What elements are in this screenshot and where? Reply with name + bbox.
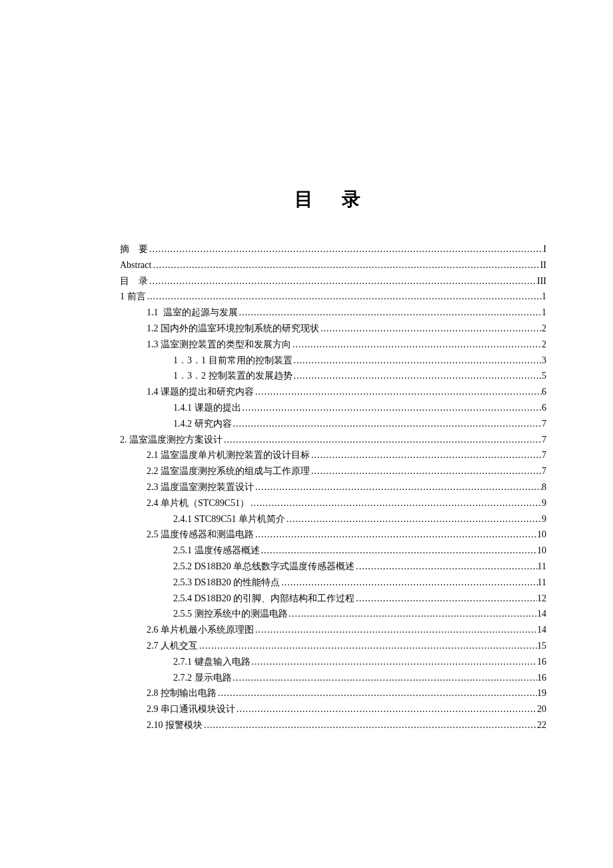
toc-leader-dots: ........................................… <box>148 241 543 257</box>
toc-entry: 目 录.....................................… <box>120 273 546 289</box>
toc-entry-page: 11 <box>538 575 546 591</box>
page-content: 目 录 摘 要.................................… <box>120 187 546 733</box>
toc-leader-dots: ........................................… <box>260 543 538 559</box>
toc-entry-page: 11 <box>538 559 546 575</box>
toc-entry-page: 12 <box>537 591 546 607</box>
toc-entry-label: Abstract <box>120 257 151 273</box>
toc-leader-dots: ........................................… <box>254 479 542 495</box>
toc-entry: 1.4.2 研究内容..............................… <box>120 416 546 432</box>
toc-leader-dots: ........................................… <box>241 400 542 416</box>
toc-entry-page: 9 <box>542 511 546 527</box>
toc-entry-label: 1．3．1 目前常用的控制装置 <box>173 353 293 369</box>
toc-entry-label: 2.5.1 温度传感器概述 <box>173 543 260 559</box>
toc-entry-page: 6 <box>542 400 546 416</box>
toc-entry: 2.8 控制输出电路..............................… <box>120 685 546 701</box>
toc-entry-label: 2.8 控制输出电路 <box>147 685 217 701</box>
toc-entry: 1.3 温室测控装置的类型和发展方向......................… <box>120 337 546 353</box>
toc-entry-label: 2. 温室温度测控方案设计 <box>120 432 223 448</box>
toc-leader-dots: ........................................… <box>310 463 542 479</box>
toc-leader-dots: ........................................… <box>217 685 537 701</box>
toc-entry-page: 3 <box>542 353 546 369</box>
toc-entry-label: 2.5.3 DS18B20 的性能特点 <box>173 575 280 591</box>
toc-leader-dots: ........................................… <box>148 273 537 289</box>
toc-entry-page: 10 <box>537 527 546 543</box>
toc-entry: 2.1 温室温度单片机测控装置的设计目标....................… <box>120 447 546 463</box>
toc-entry: 2.2 温室温度测控系统的组成与工作原理....................… <box>120 463 546 479</box>
toc-leader-dots: ........................................… <box>238 305 542 321</box>
toc-entry-page: 14 <box>537 606 546 622</box>
toc-entry-label: 1 前言 <box>120 289 146 305</box>
toc-entry-label: 2.7 人机交互 <box>147 638 198 654</box>
toc-entry-page: I <box>543 241 546 257</box>
toc-entry: 2.4 单片机（STC89C51）.......................… <box>120 495 546 511</box>
toc-entry-label: 1.2 国内外的温室环境控制系统的研究现状 <box>147 321 319 337</box>
toc-entry-page: 16 <box>537 670 546 686</box>
toc-leader-dots: ........................................… <box>291 337 542 353</box>
toc-leader-dots: ........................................… <box>151 257 540 273</box>
toc-entry-label: 2.2 温室温度测控系统的组成与工作原理 <box>147 463 310 479</box>
toc-leader-dots: ........................................… <box>146 289 542 305</box>
toc-entry-label: 2.7.1 键盘输入电路 <box>173 654 251 670</box>
toc-entry: 1.2 国内外的温室环境控制系统的研究现状...................… <box>120 321 546 337</box>
toc-entry-label: 2.3 温度温室测控装置设计 <box>147 479 254 495</box>
toc-entry-label: 1．3．2 控制装置的发展趋势 <box>173 368 293 384</box>
toc-entry: 1 前言....................................… <box>120 289 546 305</box>
toc-leader-dots: ........................................… <box>232 416 542 432</box>
toc-entry-label: 1.4 课题的提出和研究内容 <box>147 384 254 400</box>
toc-entry-label: 1.4.2 研究内容 <box>173 416 232 432</box>
toc-entry-label: 目 录 <box>120 273 148 289</box>
toc-entry: 2.5.3 DS18B20 的性能特点.....................… <box>120 575 546 591</box>
toc-leader-dots: ........................................… <box>198 638 537 654</box>
toc-entry-page: 1 <box>542 289 546 305</box>
toc-leader-dots: ........................................… <box>280 575 537 591</box>
toc-entry: 2.5.2 DS18B20 单总线数字式温度传感器概述.............… <box>120 559 546 575</box>
toc-list: 摘 要.....................................… <box>120 241 546 733</box>
toc-entry-page: II <box>540 257 546 273</box>
toc-entry-page: 2 <box>542 337 546 353</box>
toc-leader-dots: ........................................… <box>354 591 537 607</box>
toc-entry-label: 2.4.1 STC89C51 单片机简介 <box>173 511 285 527</box>
toc-entry: Abstract................................… <box>120 257 546 273</box>
toc-entry-page: III <box>537 273 546 289</box>
toc-entry: 2.7.2 显示电路..............................… <box>120 670 546 686</box>
toc-entry-label: 2.1 温室温度单片机测控装置的设计目标 <box>147 447 310 463</box>
toc-entry-label: 2.6 单片机最小系统原理图 <box>147 622 254 638</box>
toc-entry-page: 7 <box>542 416 546 432</box>
toc-leader-dots: ........................................… <box>251 654 538 670</box>
toc-entry-page: 15 <box>537 638 546 654</box>
toc-entry: 2.4.1 STC89C51 单片机简介....................… <box>120 511 546 527</box>
toc-leader-dots: ........................................… <box>254 527 537 543</box>
toc-entry-page: 22 <box>537 717 546 733</box>
toc-entry: 1．3．2 控制装置的发展趋势.........................… <box>120 368 546 384</box>
toc-entry: 2.7.1 键盘输入电路............................… <box>120 654 546 670</box>
toc-entry: 摘 要.....................................… <box>120 241 546 257</box>
toc-leader-dots: ........................................… <box>249 495 542 511</box>
toc-entry: 1.4.1 课题的提出.............................… <box>120 400 546 416</box>
toc-entry: 1.4 课题的提出和研究内容..........................… <box>120 384 546 400</box>
toc-entry-label: 2.5.5 测控系统中的测温电路 <box>173 606 288 622</box>
toc-leader-dots: ........................................… <box>232 670 538 686</box>
toc-entry-label: 2.5 温度传感器和测温电路 <box>147 527 254 543</box>
toc-entry: 2.6 单片机最小系统原理图..........................… <box>120 622 546 638</box>
toc-leader-dots: ........................................… <box>293 353 542 369</box>
toc-entry: 2.5.1 温度传感器概述...........................… <box>120 543 546 559</box>
toc-entry-page: 20 <box>537 701 546 717</box>
toc-entry-page: 14 <box>537 622 546 638</box>
toc-entry-label: 1.3 温室测控装置的类型和发展方向 <box>147 337 291 353</box>
toc-entry-label: 2.4 单片机（STC89C51） <box>147 495 249 511</box>
toc-entry: 1．3．1 目前常用的控制装置.........................… <box>120 353 546 369</box>
toc-entry-page: 6 <box>542 384 546 400</box>
toc-leader-dots: ........................................… <box>285 511 542 527</box>
toc-leader-dots: ........................................… <box>293 368 542 384</box>
toc-leader-dots: ........................................… <box>235 701 537 717</box>
toc-entry-label: 1.1 温室的起源与发展 <box>147 305 238 321</box>
toc-entry-label: 2.5.4 DS18B20 的引脚、内部结构和工作过程 <box>173 591 354 607</box>
toc-leader-dots: ........................................… <box>319 321 542 337</box>
toc-entry-page: 19 <box>537 685 546 701</box>
toc-entry-page: 7 <box>542 432 546 448</box>
toc-leader-dots: ........................................… <box>288 606 538 622</box>
toc-entry: 2.5.5 测控系统中的测温电路........................… <box>120 606 546 622</box>
toc-entry-label: 2.9 串口通讯模块设计 <box>147 701 235 717</box>
toc-entry-page: 8 <box>542 479 546 495</box>
toc-entry-label: 2.10 报警模块 <box>147 717 203 733</box>
